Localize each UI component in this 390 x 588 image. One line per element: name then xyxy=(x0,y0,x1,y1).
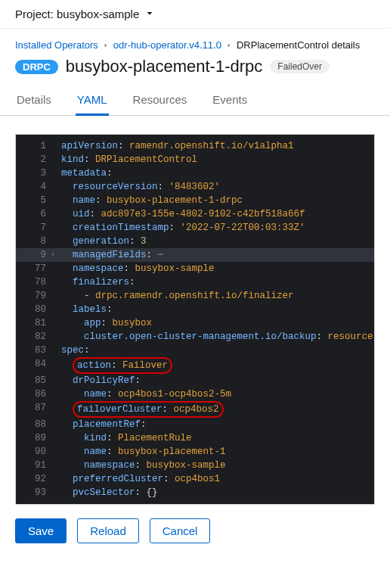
tab-details[interactable]: Details xyxy=(15,86,53,116)
project-label: Project: busybox-sample xyxy=(15,8,139,20)
breadcrumb-current: DRPlacementControl details xyxy=(237,39,360,51)
fold-chevron-icon[interactable]: › xyxy=(51,248,55,262)
breadcrumb-operator[interactable]: odr-hub-operator.v4.11.0 xyxy=(113,39,221,51)
resource-badge: DRPC xyxy=(15,60,58,74)
status-badge: FailedOver xyxy=(270,60,330,73)
save-button[interactable]: Save xyxy=(15,518,67,543)
tab-events[interactable]: Events xyxy=(211,86,249,116)
page-title: DRPC busybox-placement-1-drpc FailedOver xyxy=(0,55,390,86)
tab-resources[interactable]: Resources xyxy=(132,86,189,116)
tab-yaml[interactable]: YAML xyxy=(76,86,109,116)
cancel-button[interactable]: Cancel xyxy=(150,518,211,543)
breadcrumb-installed-operators[interactable]: Installed Operators xyxy=(15,39,98,51)
chevron-right-icon xyxy=(226,39,232,51)
tabs: Details YAML Resources Events xyxy=(0,86,390,116)
breadcrumb: Installed Operators odr-hub-operator.v4.… xyxy=(0,29,390,55)
yaml-editor[interactable]: 1apiVersion: ramendr.openshift.io/v1alph… xyxy=(15,134,375,505)
project-selector[interactable]: Project: busybox-sample xyxy=(0,0,390,29)
yaml-content[interactable]: 1apiVersion: ramendr.openshift.io/v1alph… xyxy=(16,135,374,504)
action-bar: Save Reload Cancel xyxy=(0,512,390,555)
chevron-right-icon xyxy=(103,39,109,51)
reload-button[interactable]: Reload xyxy=(77,518,139,543)
annotation-action: action: Failover xyxy=(73,357,172,374)
resource-name: busybox-placement-1-drpc xyxy=(66,57,262,76)
annotation-failover-cluster: failoverCluster: ocp4bos2 xyxy=(73,401,224,418)
chevron-down-icon xyxy=(145,8,154,20)
